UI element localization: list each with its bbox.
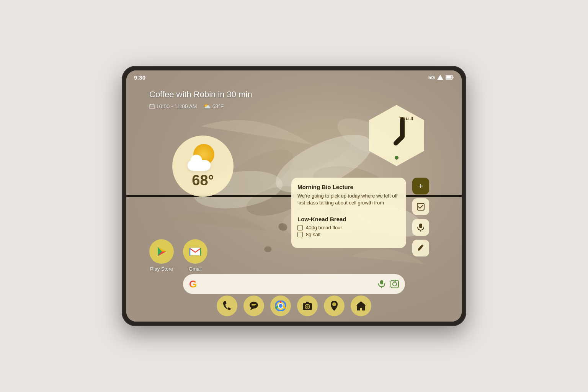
svg-point-34 — [393, 282, 397, 286]
check-item-2-text: 8g salt — [306, 232, 320, 237]
dock-maps[interactable] — [324, 296, 345, 316]
gmail-label: Gmail — [189, 266, 202, 272]
note-bio-lecture: Morning Bio Lecture We're going to pick … — [297, 184, 400, 206]
phone-device: 9:30 5G Coffee with Robin in 30 min — [122, 66, 466, 326]
dock-phone[interactable] — [217, 296, 237, 316]
svg-rect-30 — [190, 248, 201, 255]
weather-icon — [188, 144, 218, 171]
calendar-icon — [149, 104, 155, 109]
svg-rect-31 — [380, 280, 383, 284]
event-time: 10:00 - 11:00 AM — [149, 103, 197, 109]
clock-widget[interactable]: Thu 4 — [366, 105, 427, 166]
event-details: 10:00 - 11:00 AM ⛅ 68°F — [149, 103, 252, 110]
svg-rect-17 — [446, 76, 452, 79]
cloud-icon — [188, 160, 211, 171]
clock-hexagon: Thu 4 — [366, 105, 427, 166]
event-time-text: 10:00 - 11:00 AM — [156, 103, 197, 109]
gmail-circle — [183, 239, 207, 264]
svg-point-9 — [278, 222, 288, 232]
event-widget[interactable]: Coffee with Robin in 30 min 10:00 - 11:0… — [149, 90, 252, 110]
play-store-icon[interactable]: Play Store — [149, 239, 174, 272]
check-item-1-text: 400g bread flour — [306, 225, 342, 230]
weather-temperature: 68° — [192, 172, 214, 189]
note-bio-body: We're going to pick up today where we le… — [297, 193, 400, 206]
camera-icon — [302, 301, 312, 310]
note-bread-checklist: 400g bread flour 8g salt — [297, 225, 400, 237]
notes-check-button[interactable] — [412, 198, 429, 215]
checkbox-1[interactable] — [297, 225, 303, 230]
dock-camera[interactable] — [297, 296, 318, 316]
notes-edit-button[interactable] — [412, 240, 429, 256]
google-mic-icon[interactable] — [377, 280, 386, 288]
messages-icon — [249, 301, 259, 311]
svg-point-48 — [306, 305, 309, 308]
svg-rect-23 — [419, 224, 422, 228]
google-g-logo: G — [189, 278, 197, 290]
event-temp: 68°F — [212, 103, 224, 109]
svg-point-49 — [332, 302, 336, 306]
pencil-icon — [417, 244, 425, 252]
svg-point-2 — [263, 109, 362, 181]
check-item-1: 400g bread flour — [297, 225, 400, 230]
svg-point-42 — [279, 304, 283, 308]
note-bread: Low-Knead Bread 400g bread flour 8g salt — [297, 211, 400, 237]
play-store-circle — [149, 239, 174, 264]
search-bar[interactable]: G — [183, 274, 405, 294]
dock-home[interactable] — [351, 296, 371, 316]
checkbox-2[interactable] — [297, 232, 303, 237]
bottom-dock — [217, 296, 371, 316]
status-right: 5G — [428, 75, 454, 80]
svg-point-11 — [264, 246, 271, 252]
battery-icon — [446, 75, 454, 80]
dock-messages[interactable] — [243, 296, 264, 316]
notes-sidebar: + — [412, 178, 429, 256]
check-icon — [416, 203, 425, 211]
status-time: 9:30 — [134, 74, 145, 81]
notes-mic-button[interactable] — [412, 219, 429, 236]
google-lens-icon[interactable] — [390, 280, 399, 288]
home-icon — [356, 301, 366, 311]
play-store-label: Play Store — [150, 266, 173, 272]
svg-marker-15 — [437, 75, 443, 80]
maps-icon — [330, 301, 338, 311]
svg-rect-18 — [150, 105, 154, 109]
gmail-logo — [189, 246, 201, 257]
note-bio-title: Morning Bio Lecture — [297, 184, 400, 190]
status-bar: 9:30 5G — [126, 70, 462, 84]
svg-point-37 — [250, 302, 258, 309]
search-icons — [377, 280, 399, 288]
clock-day: Thu 4 — [399, 116, 413, 121]
clock-dot — [395, 156, 399, 160]
event-title: Coffee with Robin in 30 min — [149, 90, 252, 100]
app-icons: Play Store Gmail — [149, 239, 207, 272]
chrome-icon — [275, 301, 286, 311]
dock-chrome[interactable] — [270, 296, 291, 316]
weather-widget[interactable]: 68° — [172, 136, 234, 197]
notes-add-button[interactable]: + — [412, 178, 429, 194]
notes-widget[interactable]: Morning Bio Lecture We're going to pick … — [291, 178, 406, 248]
mic-icon — [417, 223, 425, 232]
event-weather-inline: ⛅ 68°F — [203, 103, 224, 110]
gmail-icon[interactable]: Gmail — [183, 239, 207, 272]
play-store-logo — [155, 245, 168, 258]
note-bread-title: Low-Knead Bread — [297, 216, 400, 222]
connectivity-label: 5G — [428, 75, 435, 80]
check-item-2: 8g salt — [297, 232, 400, 237]
signal-icon — [437, 75, 443, 80]
phone-icon — [222, 301, 232, 311]
